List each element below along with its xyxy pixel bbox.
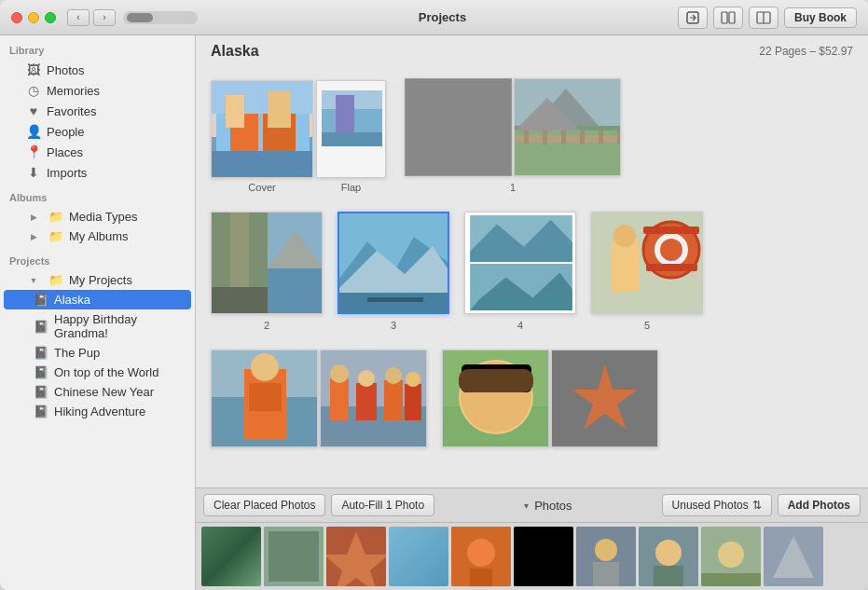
minimize-button[interactable] <box>28 12 39 23</box>
zoom-slider[interactable] <box>123 11 198 24</box>
page-2-thumb[interactable] <box>211 212 323 314</box>
svg-point-62 <box>330 364 349 383</box>
maximize-button[interactable] <box>45 12 56 23</box>
sidebar-item-the-pup-label: The Pup <box>54 346 100 360</box>
page-67-group[interactable] <box>211 350 427 447</box>
page-3-thumb[interactable] <box>338 212 449 314</box>
strip-photo-6[interactable] <box>514 527 573 586</box>
bottom-toolbar: Clear Placed Photos Auto-Fill 1 Photo ▾ … <box>196 488 868 523</box>
svg-rect-18 <box>322 132 382 146</box>
add-photos-button[interactable]: Add Photos <box>778 494 861 516</box>
page-9-thumb[interactable] <box>551 350 658 447</box>
photos-label: Photos <box>534 499 572 513</box>
page-5-group[interactable]: 5 <box>591 212 703 331</box>
sidebar-item-happy-birthday[interactable]: 📓 Happy Birthday Grandma! <box>4 309 191 343</box>
strip-photo-1[interactable] <box>201 527 261 586</box>
svg-rect-25 <box>524 130 529 144</box>
share-button[interactable] <box>678 7 708 29</box>
sidebar-item-memories[interactable]: ◷ Memories <box>4 80 191 101</box>
page-1-right[interactable] <box>514 78 621 176</box>
svg-rect-36 <box>268 268 323 314</box>
sidebar-item-photos-label: Photos <box>47 63 84 77</box>
svg-rect-27 <box>561 130 566 144</box>
page-4-group[interactable]: 4 <box>464 212 576 331</box>
sidebar-item-photos[interactable]: 🖼 Photos <box>4 60 191 80</box>
sidebar-item-favorites[interactable]: ♥ Favorites <box>4 101 191 121</box>
buy-book-button[interactable]: Buy Book <box>784 7 857 28</box>
view-button-1[interactable] <box>713 7 743 29</box>
svg-rect-89 <box>593 562 619 586</box>
clear-placed-button[interactable]: Clear Placed Photos <box>203 494 325 516</box>
main-area: Library 🖼 Photos ◷ Memories ♥ Favorites … <box>0 35 868 590</box>
alaska-book-icon: 📓 <box>34 293 48 307</box>
view-button-2[interactable] <box>749 7 778 29</box>
sidebar-item-places[interactable]: 📍 Places <box>4 142 191 162</box>
strip-photo-7[interactable] <box>576 527 636 586</box>
auto-fill-button[interactable]: Auto-Fill 1 Photo <box>331 494 434 516</box>
page-2-group[interactable]: 2 <box>211 212 323 331</box>
strip-photo-3[interactable] <box>326 527 386 586</box>
close-button[interactable] <box>11 12 22 23</box>
svg-rect-65 <box>384 380 403 420</box>
people-icon: 👤 <box>26 124 41 139</box>
page-1-left[interactable] <box>405 78 512 176</box>
sidebar-item-my-projects[interactable]: ▼ 📁 My Projects <box>4 270 191 290</box>
flap-page-group[interactable]: Flap <box>316 80 386 193</box>
sidebar-item-people[interactable]: 👤 People <box>4 121 191 142</box>
svg-rect-63 <box>356 383 377 420</box>
svg-rect-40 <box>339 293 449 314</box>
svg-rect-28 <box>580 130 585 144</box>
svg-rect-52 <box>611 240 639 292</box>
strip-photo-4[interactable] <box>389 527 448 586</box>
page-3-group[interactable]: 3 <box>338 212 449 331</box>
cover-thumb[interactable] <box>211 80 313 178</box>
svg-point-91 <box>655 540 682 566</box>
sidebar-item-hiking[interactable]: 📓 Hiking Adventure <box>4 402 191 421</box>
strip-photo-8[interactable] <box>639 527 698 586</box>
strip-photo-2[interactable] <box>264 527 324 586</box>
hiking-icon: 📓 <box>34 405 48 418</box>
sidebar-item-alaska[interactable]: 📓 Alaska <box>4 290 191 309</box>
strip-photo-9[interactable] <box>701 527 761 586</box>
sidebar-item-on-top[interactable]: 📓 On top of the World <box>4 363 191 382</box>
sidebar-item-the-pup[interactable]: 📓 The Pup <box>4 343 191 363</box>
page-3-label: 3 <box>391 320 396 331</box>
page-6-thumb[interactable] <box>211 350 318 447</box>
traffic-lights <box>11 12 56 23</box>
sidebar-item-imports[interactable]: ⬇ Imports <box>4 162 191 183</box>
page-4-thumb[interactable] <box>464 212 576 314</box>
page-67-spread <box>211 350 427 447</box>
unused-photos-button[interactable]: Unused Photos ⇅ <box>662 494 772 516</box>
forward-button[interactable]: › <box>93 9 116 26</box>
sidebar-item-chinese-new[interactable]: 📓 Chinese New Year <box>4 382 191 402</box>
sidebar-item-media-types[interactable]: ▶ 📁 Media Types <box>4 207 191 226</box>
pages-row-3 <box>211 350 658 447</box>
svg-rect-92 <box>654 566 683 586</box>
sidebar-item-hiking-label: Hiking Adventure <box>54 405 145 418</box>
sidebar-item-places-label: Places <box>47 145 83 159</box>
media-types-disclosure: ▶ <box>26 213 41 222</box>
page-8-thumb[interactable] <box>442 350 549 447</box>
svg-rect-74 <box>459 369 533 392</box>
svg-rect-67 <box>405 384 421 420</box>
page-7-thumb[interactable] <box>320 350 427 447</box>
svg-point-64 <box>358 370 375 387</box>
bottom-bar: Clear Placed Photos Auto-Fill 1 Photo ▾ … <box>196 487 868 590</box>
sidebar-item-media-types-label: Media Types <box>69 210 137 224</box>
page-89-group[interactable] <box>442 350 658 447</box>
strip-photo-5[interactable] <box>451 527 511 586</box>
page-1-label: 1 <box>405 182 621 193</box>
page-5-thumb[interactable] <box>591 212 703 314</box>
my-albums-icon: 📁 <box>48 229 63 243</box>
sidebar-item-my-albums[interactable]: ▶ 📁 My Albums <box>4 226 191 246</box>
pages-grid: Cover <box>196 67 868 487</box>
page-1-group[interactable]: 1 <box>405 78 621 193</box>
strip-photo-10[interactable] <box>764 527 823 586</box>
cover-flap-group: Cover <box>211 80 386 193</box>
flap-thumb[interactable] <box>316 80 386 178</box>
sidebar-item-happy-birthday-label: Happy Birthday Grandma! <box>54 312 184 340</box>
svg-rect-30 <box>617 130 621 144</box>
back-button[interactable]: ‹ <box>67 9 90 26</box>
cover-page-group[interactable]: Cover <box>211 80 313 193</box>
svg-rect-95 <box>701 573 761 586</box>
